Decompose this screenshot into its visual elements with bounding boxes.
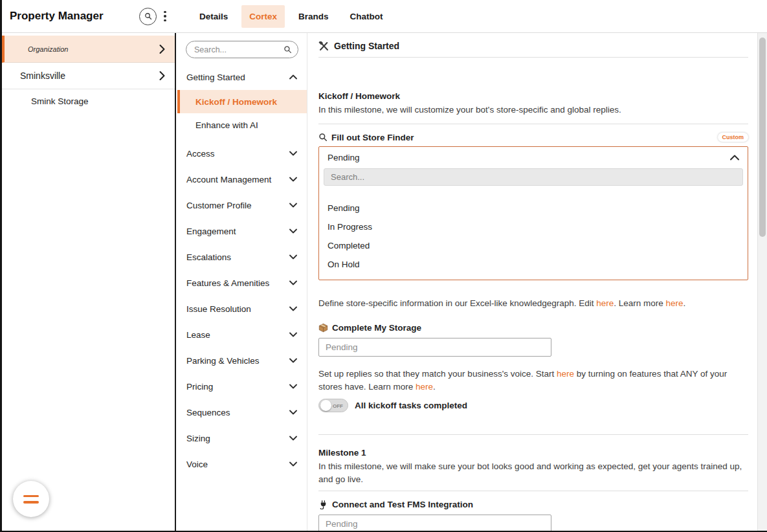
top-bar: Property Manager Details Cortex Brands C…	[2, 0, 767, 33]
milestone1-description: In this milestone, we will make sure you…	[318, 460, 748, 485]
dropdown-search	[324, 168, 743, 186]
nav-item-kickoff-homework[interactable]: Kickoff / Homework	[177, 90, 307, 113]
nav-section-label: Sequences	[186, 408, 230, 417]
fab-bar-icon	[23, 495, 39, 498]
kickoff-description: In this milestone, we will customize you…	[318, 104, 748, 116]
my-storage-status-input[interactable]	[318, 338, 551, 357]
nav-section-label: Pricing	[186, 382, 213, 392]
tab-cortex[interactable]: Cortex	[241, 5, 285, 28]
my-storage-description: Set up replies so that they match your b…	[318, 368, 748, 394]
chevron-up-icon	[730, 155, 739, 161]
dropdown-option-on-hold[interactable]: On Hold	[319, 255, 748, 274]
nav-section-escalations[interactable]: Escalations	[177, 244, 307, 270]
divider	[318, 57, 748, 58]
kickoff-completed-toggle[interactable]: OFF	[318, 399, 348, 412]
nav-section-parking-vehicles[interactable]: Parking & Vehicles	[177, 348, 307, 373]
nav-section-voice[interactable]: Voice	[177, 451, 307, 477]
store-finder-title-row: Fill out Store Finder Custom	[318, 133, 748, 142]
nav-section-label: Access	[186, 149, 215, 159]
milestone1-heading: Milestone 1	[318, 448, 748, 458]
toggle-state-text: OFF	[333, 403, 343, 409]
nav-section-label: Issue Resolution	[186, 304, 251, 314]
chevron-down-icon	[289, 384, 297, 389]
chevron-down-icon	[289, 332, 297, 337]
search-icon	[144, 12, 152, 20]
organization-label: Organization	[28, 45, 68, 53]
main-content: Getting Started Kickoff / Homework In th…	[308, 33, 757, 531]
chevron-down-icon	[289, 358, 297, 363]
nav-section-label: Engagement	[186, 227, 236, 236]
nav-section-engagement[interactable]: Engagement	[177, 218, 307, 244]
main-tabs: Details Cortex Brands Chatbot	[192, 5, 391, 28]
global-search-button[interactable]	[139, 8, 157, 25]
launcher-fab-button[interactable]	[13, 481, 49, 517]
nav-section-label: Getting Started	[186, 72, 245, 82]
topics-list: Getting Started Kickoff / Homework Enhan…	[177, 64, 307, 477]
nav-section-issue-resolution[interactable]: Issue Resolution	[177, 296, 307, 322]
store-finder-description: Define store-specific information in our…	[318, 297, 748, 310]
chevron-down-icon	[289, 280, 297, 285]
store-finder-edit-link[interactable]: here	[596, 298, 614, 308]
dropdown-option-completed[interactable]: Completed	[319, 236, 748, 255]
fms-title-row: Connect and Test FMS Integration	[318, 500, 748, 509]
text-fragment: .	[684, 298, 686, 308]
store-finder-title: Fill out Store Finder	[331, 133, 414, 142]
divider	[318, 434, 748, 435]
kebab-menu-button[interactable]	[159, 8, 172, 25]
store-finder-learn-more-link[interactable]: here	[666, 298, 684, 308]
page-title-text: Getting Started	[334, 41, 399, 51]
nav-section-account-management[interactable]: Account Management	[177, 166, 307, 192]
chevron-down-icon	[289, 254, 297, 260]
nav-section-access[interactable]: Access	[177, 140, 307, 166]
package-icon	[318, 323, 328, 333]
my-storage-learn-more-link[interactable]: here	[416, 382, 433, 392]
nav-section-sizing[interactable]: Sizing	[177, 425, 307, 451]
tab-brands[interactable]: Brands	[291, 5, 337, 28]
search-icon	[283, 45, 292, 54]
store-label: Smink Storage	[31, 96, 89, 106]
nav-section-getting-started[interactable]: Getting Started	[177, 64, 307, 90]
chevron-down-icon	[289, 228, 297, 234]
tab-details[interactable]: Details	[192, 5, 236, 28]
dropdown-option-pending[interactable]: Pending	[319, 199, 748, 217]
my-storage-title: Complete My Storage	[332, 323, 421, 333]
vertical-scrollbar[interactable]	[757, 33, 767, 531]
nav-item-enhance-with-ai[interactable]: Enhance with AI	[177, 113, 307, 137]
dropdown-search-input[interactable]	[324, 168, 743, 186]
chevron-down-icon	[289, 306, 297, 311]
nav-section-pricing[interactable]: Pricing	[177, 373, 307, 399]
nav-section-customer-profile[interactable]: Customer Profile	[177, 192, 307, 218]
organization-sidebar: Organization Sminksville Smink Storage	[2, 33, 176, 531]
dropdown-selected-value: Pending	[328, 153, 360, 162]
sidebar-item-organization[interactable]: Organization	[2, 36, 175, 63]
sidebar-item-property[interactable]: Sminksville	[2, 63, 175, 89]
kebab-dot	[164, 19, 166, 22]
tab-chatbot[interactable]: Chatbot	[342, 5, 391, 28]
fab-bar-icon	[23, 501, 39, 504]
property-label: Sminksville	[20, 71, 65, 81]
dropdown-selected-value-row[interactable]: Pending	[319, 147, 748, 166]
kebab-dot	[164, 15, 166, 17]
my-storage-start-link[interactable]: here	[557, 369, 574, 379]
scrollbar-thumb[interactable]	[759, 38, 766, 237]
nav-section-features-amenities[interactable]: Features & Amenities	[177, 270, 307, 296]
top-bar-left: Property Manager	[2, 0, 175, 32]
nav-section-label: Voice	[186, 460, 208, 469]
my-storage-title-row: Complete My Storage	[318, 323, 748, 333]
chevron-down-icon	[289, 410, 297, 415]
page-title: Getting Started	[318, 41, 748, 51]
nav-section-lease[interactable]: Lease	[177, 322, 307, 348]
sidebar-item-store[interactable]: Smink Storage	[2, 89, 175, 113]
fms-status-input[interactable]	[318, 515, 551, 531]
chevron-right-icon	[159, 71, 165, 81]
store-finder-dropdown: Pending Pending In Progress Completed On…	[318, 146, 748, 280]
topics-nav: Getting Started Kickoff / Homework Enhan…	[177, 33, 307, 531]
kebab-dot	[164, 11, 166, 14]
app-window: Property Manager Details Cortex Brands C…	[0, 0, 767, 532]
topics-search-input[interactable]	[186, 41, 298, 58]
nav-section-label: Features & Amenities	[186, 278, 269, 288]
nav-section-sequences[interactable]: Sequences	[177, 399, 307, 425]
dropdown-option-in-progress[interactable]: In Progress	[319, 217, 748, 236]
app-title: Property Manager	[2, 10, 104, 23]
toggle-knob	[320, 400, 331, 411]
